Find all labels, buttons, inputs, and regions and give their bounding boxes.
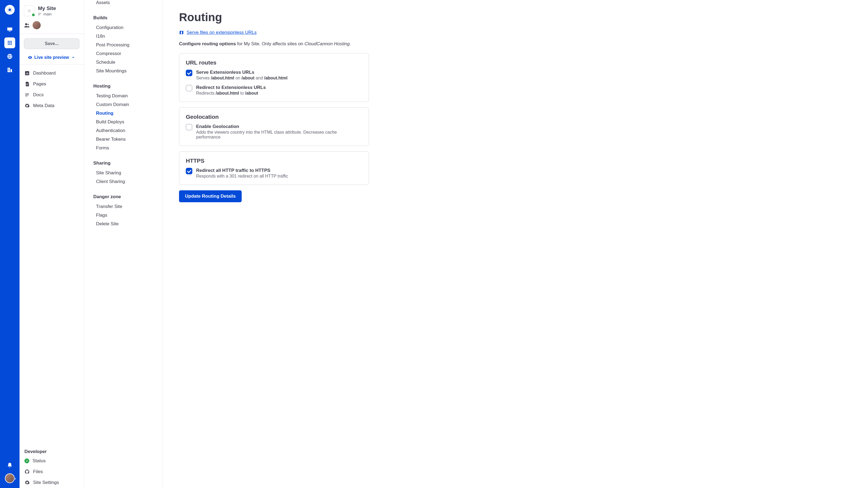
page-subtitle: Configure routing options for My Site. O… [179,41,852,46]
nav-pages[interactable]: Pages [20,78,84,90]
s2-build-deploys[interactable]: Build Deploys [93,118,157,126]
s2-site-sharing[interactable]: Site Sharing [93,169,157,177]
s2-schedule[interactable]: Schedule [93,58,157,67]
iconbar-domains[interactable] [4,51,15,62]
check-desc: Serves /about.html on /about and /about.… [196,76,287,80]
s2-i18n[interactable]: I18n [93,32,157,41]
card-url-routes: URL routes Serve Extensionless URLs Serv… [179,53,369,102]
doc-link-row: Serve files on extensionless URLs [179,30,852,35]
page-title: Routing [179,11,852,24]
s2-custom-domain[interactable]: Custom Domain [93,100,157,109]
svg-point-7 [30,57,31,58]
site-name: My Site [38,5,56,11]
site-thumb [24,5,35,16]
app-iconbar [0,0,20,488]
iconbar-org[interactable] [4,65,15,75]
s2-forms[interactable]: Forms [93,144,157,152]
s2-hosting-title: Hosting [93,84,157,89]
gear-icon [24,103,30,108]
s2-transfer-site[interactable]: Transfer Site [93,202,157,211]
checkbox-redirect-https[interactable] [186,168,192,174]
site-header: My Site main [20,0,84,21]
nav-section-main: Dashboard Pages Docs Meta Data [20,64,84,115]
collaborators[interactable] [20,21,84,34]
eye-icon [28,55,33,60]
subtitle-bold: Configure routing options [179,41,236,46]
nav-status[interactable]: Status [20,455,84,466]
nav-section-developer: Developer Status Files Site Settings [20,446,84,488]
s2-danger-title: Danger zone [93,194,157,199]
nav-label: Dashboard [33,70,56,76]
s2-testing-domain[interactable]: Testing Domain [93,92,157,100]
s2-bearer-tokens[interactable]: Bearer Tokens [93,135,157,144]
nav-docs[interactable]: Docs [20,90,84,100]
subtitle-italic: CloudCannon Hosting [305,41,350,46]
check-label: Redirect to Extensionless URLs [196,85,266,90]
map-icon [179,30,184,35]
check-label: Enable Geolocation [196,124,362,129]
settings-tree: Assets Builds Configuration I18n Post Pr… [84,0,163,488]
nav-files[interactable]: Files [20,466,84,477]
nav-label: Site Settings [33,480,59,485]
people-icon [24,22,30,28]
nav-dashboard[interactable]: Dashboard [20,68,84,78]
nav-label: Pages [33,82,46,87]
live-preview-label: Live site preview [34,55,69,60]
s2-compressor[interactable]: Compressor [93,50,157,58]
s2-sharing-title: Sharing [93,161,157,166]
checkbox-redirect-extensionless[interactable] [186,85,192,91]
branch-icon [38,12,42,16]
card-https: HTTPS Redirect all HTTP traffic to HTTPS… [179,151,369,185]
check-desc: Redirects /about.html to /about [196,91,266,96]
svg-point-3 [38,15,39,15]
s2-routing[interactable]: Routing [93,109,157,118]
main-content: Routing Serve files on extensionless URL… [163,0,868,488]
check-desc: Adds the viewers country into the HTML c… [196,130,362,140]
s2-flags[interactable]: Flags [93,211,157,220]
live-preview-link[interactable]: Live site preview [20,54,84,64]
card-title: URL routes [186,59,362,66]
docs-icon [24,92,30,98]
branch-name: main [43,12,52,16]
github-icon [24,469,30,475]
doc-link[interactable]: Serve files on extensionless URLs [187,30,257,35]
dashboard-icon [24,70,30,76]
nav-metadata[interactable]: Meta Data [20,100,84,111]
svg-point-0 [8,8,11,11]
svg-point-2 [38,13,39,13]
app-logo[interactable] [5,5,14,14]
card-title: HTTPS [186,158,362,164]
checkbox-enable-geolocation[interactable] [186,124,192,130]
nav-label: Docs [33,92,44,98]
iconbar-projects[interactable] [4,24,15,35]
iconbar-notifications[interactable] [4,460,15,470]
site-branch: main [38,12,56,16]
status-dot-icon [31,13,35,17]
s2-client-sharing[interactable]: Client Sharing [93,177,157,186]
update-routing-button[interactable]: Update Routing Details [179,190,242,202]
svg-point-6 [27,24,29,26]
collab-avatar [33,21,41,29]
s2-authentication[interactable]: Authentication [93,126,157,135]
check-label: Redirect all HTTP traffic to HTTPS [196,168,288,173]
chevron-down-icon [71,55,76,60]
gear-icon [24,480,30,485]
s2-assets[interactable]: Assets [93,0,157,7]
card-geolocation: Geolocation Enable Geolocation Adds the … [179,107,369,146]
developer-header: Developer [20,446,84,455]
s2-post-processing[interactable]: Post Processing [93,41,157,50]
save-button[interactable]: Save... [24,38,80,49]
s2-delete-site[interactable]: Delete Site [93,220,157,228]
check-label: Serve Extensionless URLs [196,70,287,75]
nav-label: Status [33,458,45,464]
iconbar-user-avatar[interactable] [5,474,14,483]
checkbox-serve-extensionless[interactable] [186,70,192,76]
card-title: Geolocation [186,113,362,120]
subtitle-mid: for My Site. Only affects sites on [236,41,305,46]
iconbar-sites[interactable] [4,37,15,48]
nav-site-settings[interactable]: Site Settings [20,477,84,488]
nav-label: Files [33,469,43,475]
s2-configuration[interactable]: Configuration [93,23,157,32]
s2-site-mountings[interactable]: Site Mountings [93,67,157,75]
site-sidebar: My Site main Save... Live site preview D… [20,0,84,488]
